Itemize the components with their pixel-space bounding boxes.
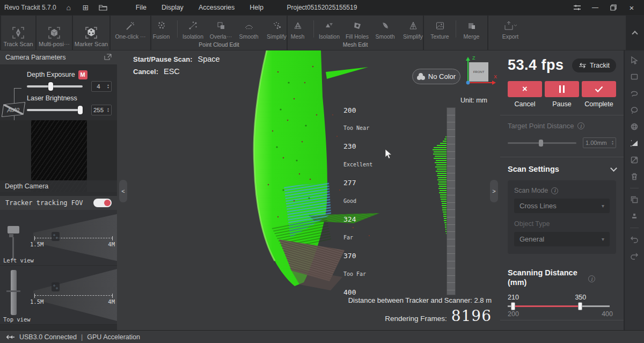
smooth-mesh-button[interactable]: Smooth [371,17,399,41]
close-button[interactable]: × [624,2,640,13]
info-icon[interactable]: i [577,122,584,129]
ellipse-select-icon[interactable] [629,105,640,115]
sphere-select-icon[interactable] [629,121,640,132]
fusion-button[interactable]: Fusion [148,17,175,41]
menu-file[interactable]: File [129,2,153,13]
chevron-down-icon[interactable] [610,165,617,172]
scan-settings-title: Scan Settings [508,165,559,173]
status-bar: USB3.0 Connected | GPU Acceleration [0,330,644,343]
mesh-smooth-icon [380,19,391,32]
complete-scan-button[interactable] [582,81,616,97]
manual-mode-badge[interactable]: M [78,70,87,79]
new-project-icon[interactable]: ⊞ [80,2,92,13]
menu-help[interactable]: Help [243,2,270,13]
plane-select-icon[interactable] [629,138,640,149]
rect-select-icon[interactable] [629,71,640,82]
info-icon[interactable]: i [551,187,558,194]
detach-panel-icon[interactable] [104,54,112,62]
settings-sliders-icon[interactable] [569,2,585,13]
menu-bar: File Display Accessories Help [129,2,270,13]
menu-display[interactable]: Display [155,2,190,13]
range-handle-low[interactable] [511,302,515,310]
minimize-button[interactable]: — [587,2,603,13]
info-icon[interactable]: i [588,275,595,282]
range-handle-high[interactable] [578,302,582,310]
collapse-left-panel-button[interactable]: < [119,180,127,202]
marker-scan-button[interactable]: Marker Scan [73,16,109,50]
usb-icon [5,334,15,340]
fps-readout: 53.4 fps [508,57,564,74]
object-type-dropdown[interactable]: General ▾ [514,232,610,246]
texture-button[interactable]: Texture [426,17,454,41]
target-point-distance-slider[interactable] [508,142,576,144]
laser-brightness-value[interactable]: 255 ▴▾ [91,105,112,115]
duplicate-icon[interactable] [629,194,640,205]
lasso-select-icon[interactable] [629,88,640,99]
left-view-caption: Left view [3,257,34,264]
track-scan-icon [11,26,25,39]
stepper-arrows-icon[interactable]: ▴▾ [105,84,111,89]
axis-gizmo[interactable]: FRONT Z X [459,55,499,94]
mesh-button[interactable]: Mesh [284,17,312,41]
stamp-icon[interactable] [629,211,640,222]
fov-left-view: 1.5M 4M Left view [0,210,117,266]
trackit-button[interactable]: Trackit [572,59,616,72]
scanning-distance-range-slider[interactable]: 210 350 200 400 [508,305,610,307]
scanner-glyph-icon [52,282,60,291]
collapse-toolbar-button[interactable] [627,16,643,50]
auto-toggle-button[interactable]: Auto [2,102,25,117]
isolation-mesh-button[interactable]: Isolation [316,17,343,41]
tracker-device-icon [8,226,19,261]
depth-tick: 200 [343,106,376,114]
merge-button[interactable]: Merge [458,17,486,41]
select-cursor-icon[interactable] [629,55,640,65]
depth-exposure-value[interactable]: 4 ▴▾ [91,81,112,92]
stepper-arrows-icon[interactable]: ▴▾ [105,107,111,113]
export-button[interactable]: Export [494,17,527,41]
undo-icon[interactable] [629,234,640,245]
fill-holes-button[interactable]: Fill Holes [343,17,371,41]
target-point-distance-value[interactable]: 1.00mm ▴▾ [583,137,616,148]
one-click-button[interactable]: One-click ··· [113,17,148,41]
expand-right-panel-button[interactable]: > [490,180,498,202]
depth-exposure-slider[interactable] [27,85,83,87]
mesh-simplify-icon [408,19,419,32]
restore-button[interactable] [605,2,621,13]
track-scan-button[interactable]: Track Scan [1,16,35,50]
depth-zone: Good [343,198,381,204]
simplify-mesh-button[interactable]: Simplify [399,17,427,41]
invert-select-icon[interactable] [629,155,640,165]
scan-mode-dropdown[interactable]: Cross Lines ▾ [514,199,610,213]
color-mode-icon [417,73,425,80]
left-panel: Camera Parameters Auto Depth Exposure M … [0,50,117,330]
home-icon[interactable]: ⌂ [63,2,75,13]
3d-viewport[interactable]: Start/Pause Scan: Space Cancel: ESC No C… [117,50,500,330]
fov-near-label: 1.5M [30,298,43,305]
overlap-button[interactable]: Overla··· [207,17,235,41]
overlap-icon [216,19,226,32]
check-icon [595,86,603,92]
isolation-pointcloud-button[interactable]: Isolation [179,17,207,41]
multi-position-scan-button[interactable]: Multi-posi··· [36,16,72,50]
cancel-scan-button[interactable]: × [508,81,542,97]
redo-icon[interactable] [629,251,640,261]
camera-parameters-header: Camera Parameters [0,50,117,64]
scanning-distance-label: Scanning Distance (mm) [508,268,588,287]
open-project-icon[interactable] [97,2,109,13]
delete-icon[interactable] [629,171,640,182]
smooth-pointcloud-button[interactable]: Smooth [235,17,263,41]
merge-icon [466,19,477,32]
tracker-fov-header: Tracker tracking FOV [0,196,117,210]
no-color-button[interactable]: No Color [412,69,460,84]
marker-scan-icon [84,26,98,39]
menu-accessories[interactable]: Accessories [192,2,241,13]
mouse-cursor [385,149,392,158]
tracker-fov-toggle[interactable] [93,199,112,207]
pause-scan-button[interactable] [545,81,579,97]
complete-button-label: Complete [584,100,613,108]
gpu-status-text: GPU Acceleration [87,333,140,341]
laser-brightness-slider[interactable] [27,109,83,111]
title-bar: Revo Trackit 5.7.0 ⌂ ⊞ File Display Acce… [0,0,644,15]
target-point-distance-label: Target Point Distance [508,122,574,130]
scan-mode-label: Scan Mode [514,187,548,194]
